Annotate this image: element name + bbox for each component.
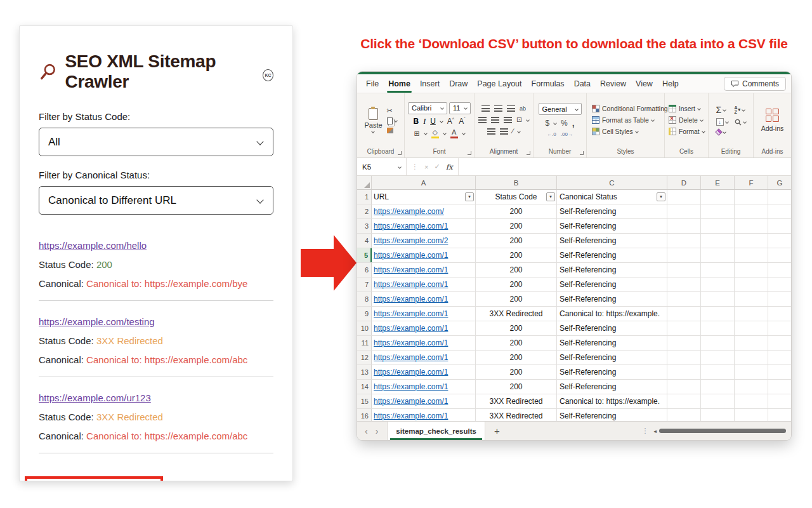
cell-empty[interactable] [735,234,768,248]
cell-empty[interactable] [735,277,768,291]
row-header[interactable]: 16 [357,409,372,421]
cell-url[interactable]: https://example.com/1 [372,336,476,350]
cell-empty[interactable] [768,263,791,277]
cell-empty[interactable] [768,277,791,291]
conditional-formatting-button[interactable]: Conditional Formatting [592,105,673,112]
cell-empty[interactable] [735,321,768,335]
filter-button[interactable]: ▾ [546,192,555,201]
cell-empty[interactable] [667,394,701,408]
row-header[interactable]: 6 [357,263,372,277]
sheet-tab[interactable]: sitemap_check_results [387,422,485,440]
name-box[interactable]: K5 [357,158,407,175]
cell-url[interactable]: https://example.com/1 [372,219,476,233]
cell-empty[interactable] [667,409,701,421]
cell-url-link[interactable]: https://example.com/1 [374,251,448,260]
cell-status[interactable]: 200 [476,234,557,248]
cell-url[interactable]: https://example.com/1 [372,248,476,262]
increase-decimal-icon[interactable]: ←.0 [547,131,556,137]
tab-review[interactable]: Review [600,74,626,93]
sheet-options-icon[interactable]: ⋮ [641,427,648,435]
align-right-icon[interactable] [504,117,512,123]
enter-icon[interactable]: ✓ [434,163,440,171]
tab-formulas[interactable]: Formulas [532,74,565,93]
cell-url[interactable]: https://example.com/1 [372,394,476,408]
fill-color-button[interactable]: ◇ [431,129,439,138]
cell-status[interactable]: 200 [476,248,557,262]
column-header-b[interactable]: B [476,176,557,189]
cell-empty[interactable] [701,204,735,218]
column-header-f[interactable]: F [735,176,768,189]
row-header[interactable]: 1 [357,190,372,204]
cell-status[interactable]: 3XX Redirected [476,307,557,321]
cell-empty[interactable] [701,394,735,408]
cell-canonical[interactable]: Self-Referencing [557,380,667,394]
autosum-button[interactable]: Σ [716,105,728,114]
header-cell-status[interactable]: Status Code ▾ [476,190,557,204]
cell-url[interactable]: https://example.com/1 [372,307,476,321]
cell-empty[interactable] [735,365,768,379]
cell-canonical[interactable]: Self-Referencing [557,365,667,379]
comments-button[interactable]: Comments [724,77,786,91]
cell-canonical[interactable]: Self-Referencing [557,263,667,277]
column-header-e[interactable]: E [701,176,735,189]
italic-button[interactable]: I [423,117,426,126]
wrap-text-icon[interactable]: ∕ [513,128,514,135]
cell-styles-button[interactable]: Cell Styles [592,128,638,135]
cell-status[interactable]: 200 [476,292,557,306]
cell-empty[interactable] [667,307,701,321]
cell-empty[interactable] [667,336,701,350]
cell-empty[interactable] [768,219,791,233]
cell-url-link[interactable]: https://example.com/1 [374,382,448,391]
insert-function-icon[interactable]: fx [446,163,453,171]
tab-draw[interactable]: Draw [449,74,468,93]
tab-home[interactable]: Home [388,74,410,93]
cell-url-link[interactable]: https://example.com/1 [374,324,448,333]
cell-canonical[interactable]: Self-Referencing [557,292,667,306]
row-header[interactable]: 15 [357,394,372,408]
cell-url-link[interactable]: https://example.com/1 [374,338,448,347]
cell-empty[interactable] [768,307,791,321]
cell-empty[interactable] [768,248,791,262]
cell-empty[interactable] [768,292,791,306]
cell-empty[interactable] [667,204,701,218]
h-scrollbar-thumb[interactable] [659,429,786,433]
cell-status[interactable]: 200 [476,351,557,364]
align-center-icon[interactable] [491,117,499,123]
cell-empty[interactable] [701,219,735,233]
indent-increase-icon[interactable] [500,128,508,135]
align-top-icon[interactable] [481,105,490,112]
borders-icon[interactable]: ⊞ [414,130,419,137]
canonical-status-select[interactable]: Canonical to Different URL [39,186,273,215]
dialog-launcher-icon[interactable] [527,151,530,155]
header-cell-canonical[interactable]: Canonical Status ▾ [557,190,667,204]
decrease-decimal-icon[interactable]: .00→ [561,131,573,137]
tab-file[interactable]: File [366,74,379,93]
cell-url[interactable]: https://example.com/ [372,204,476,218]
cell-empty[interactable] [701,292,735,306]
align-left-icon[interactable] [478,117,487,123]
cell-canonical[interactable]: Self-Referencing [557,248,667,262]
cell-url-link[interactable]: https://example.com/1 [374,411,448,420]
cancel-icon[interactable]: × [424,163,428,171]
cell-empty[interactable] [667,380,701,394]
cell-url[interactable]: https://example.com/1 [372,292,476,306]
cell-empty[interactable] [701,321,735,335]
result-url-link[interactable]: https://example.com/testing [39,316,155,327]
number-format-select[interactable]: General [539,103,582,115]
cell-status[interactable]: 3XX Redirected [476,409,557,421]
dialog-launcher-icon[interactable] [398,151,402,155]
font-name-select[interactable]: Calibri [408,102,447,114]
cell-url-link[interactable]: https://example.com/1 [374,353,448,362]
cell-status[interactable]: 200 [476,336,557,350]
cell-empty[interactable] [667,248,701,262]
formula-input[interactable] [459,158,791,175]
addins-button[interactable]: Add-ins [761,109,784,132]
cell-canonical[interactable]: Self-Referencing [557,277,667,291]
cell-empty[interactable] [768,321,791,335]
cell-canonical[interactable]: Self-Referencing [557,336,667,350]
dialog-launcher-icon[interactable] [468,151,471,155]
orientation-icon[interactable]: ab [520,106,526,112]
cell-empty[interactable] [735,219,768,233]
status-code-select[interactable]: All [39,128,273,156]
cell-empty[interactable] [768,365,791,379]
